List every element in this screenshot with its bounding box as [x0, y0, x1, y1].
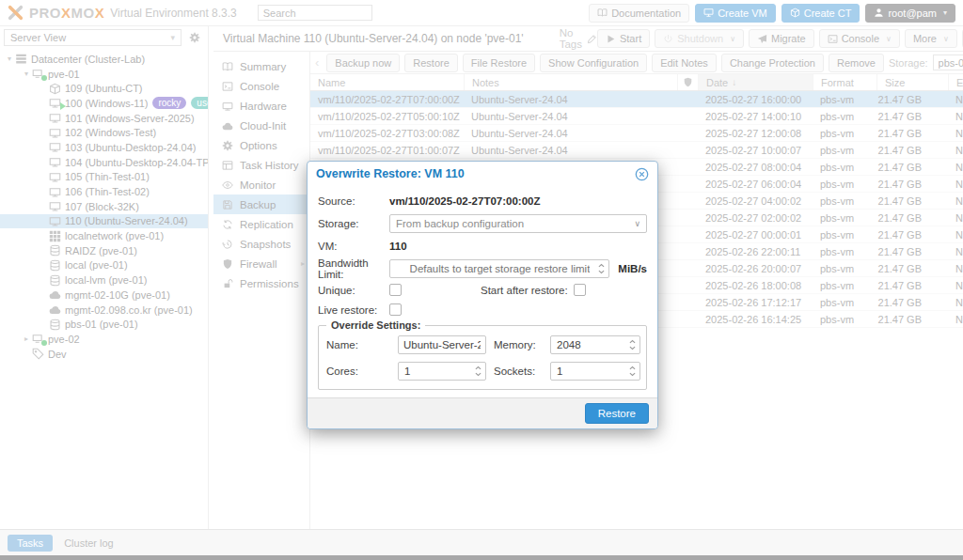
unique-checkbox[interactable]: [389, 284, 402, 296]
cores-spinner: [398, 362, 486, 381]
sockets-spinner: [550, 362, 640, 381]
bandwidth-label: Bandwidth Limit:: [318, 257, 389, 280]
memory-label: Memory:: [494, 339, 543, 350]
vm-label: VM:: [318, 241, 389, 252]
override-settings-legend: Override Settings:: [326, 319, 425, 331]
restore-dialog: Overwrite Restore: VM 110 Source: vm/110…: [307, 161, 658, 429]
source-label: Source:: [318, 195, 389, 207]
storage-dropdown[interactable]: From backup configuration∨: [389, 214, 647, 233]
dialog-title: Overwrite Restore: VM 110: [316, 167, 465, 180]
restore-button[interactable]: Restore: [585, 403, 649, 424]
bandwidth-input[interactable]: [390, 260, 608, 277]
start-after-label: Start after restore:: [481, 285, 568, 296]
unique-label: Unique:: [318, 285, 389, 296]
name-input[interactable]: [398, 335, 486, 354]
spinner-arrows-icon[interactable]: [625, 336, 639, 353]
vm-value: 110: [389, 241, 407, 252]
sockets-label: Sockets:: [494, 366, 543, 377]
source-value: vm/110/2025-02-27T07:00:00Z: [389, 195, 540, 207]
live-restore-label: Live restore:: [318, 304, 389, 316]
cores-label: Cores:: [326, 366, 390, 377]
close-icon[interactable]: [635, 167, 649, 181]
override-settings-fieldset: Override Settings: Name: Memory: Cores: …: [318, 325, 647, 390]
spinner-arrows-icon[interactable]: [471, 363, 485, 380]
storage-field-label: Storage:: [318, 218, 389, 229]
start-after-checkbox[interactable]: [574, 284, 586, 296]
dialog-header[interactable]: Overwrite Restore: VM 110: [308, 162, 657, 186]
chevron-down-icon: ∨: [634, 219, 640, 228]
name-label: Name:: [326, 339, 390, 350]
spinner-arrows-icon[interactable]: [625, 363, 639, 380]
bandwidth-spinner: [389, 259, 609, 278]
live-restore-checkbox[interactable]: [389, 303, 402, 316]
spinner-arrows-icon[interactable]: [594, 260, 608, 277]
dialog-footer: Restore: [308, 397, 657, 428]
bandwidth-unit: MiB/s: [618, 263, 647, 274]
memory-spinner: [550, 335, 640, 354]
